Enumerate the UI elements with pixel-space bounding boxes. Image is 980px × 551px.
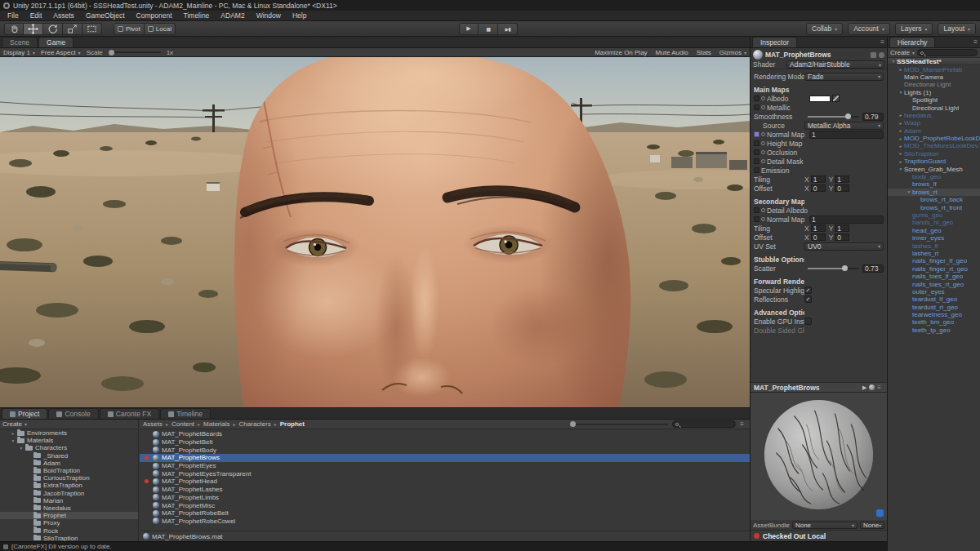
- folder-item[interactable]: ▾ Materials: [0, 437, 138, 444]
- asset-item[interactable]: MAT_ProphetBeards: [140, 430, 750, 438]
- asset-item[interactable]: MAT_ProphetLashes: [140, 486, 750, 494]
- inspector-row[interactable]: UV Set UV0▾ UV0 X Y: [754, 242, 884, 251]
- expand-arrow-icon[interactable]: ▸: [898, 128, 904, 133]
- play-button[interactable]: ▶: [459, 23, 479, 35]
- hierarchy-item[interactable]: teardust_lf_geo: [888, 295, 980, 303]
- inspector-row[interactable]: Specular Highlights ▾ X Y ✓: [754, 286, 884, 295]
- maximize-on-play-toggle[interactable]: Maximize On Play: [595, 49, 647, 56]
- hierarchy-item[interactable]: teardust_rt_geo: [888, 304, 980, 311]
- menu-item[interactable]: Edit: [24, 11, 48, 21]
- create-button[interactable]: Create▾: [890, 49, 915, 56]
- folder-item[interactable]: Marian: [0, 497, 138, 504]
- expand-arrow-icon[interactable]: ▸: [10, 431, 16, 436]
- hierarchy-item[interactable]: inner_eyes: [888, 234, 980, 242]
- tab-scene[interactable]: Scene: [2, 37, 38, 47]
- y-field[interactable]: 0: [835, 233, 849, 241]
- asset-item[interactable]: MAT_ProphetRobeBelt: [140, 509, 750, 518]
- expand-arrow-icon[interactable]: ▸: [898, 136, 904, 141]
- folder-item[interactable]: Rock: [0, 527, 138, 534]
- option-checkbox[interactable]: ✓: [804, 287, 812, 294]
- asset-item[interactable]: MAT_ProphetBrows: [140, 454, 750, 462]
- expand-arrow-icon[interactable]: ▾: [898, 90, 904, 95]
- assetbundle-dropdown[interactable]: None▾: [792, 522, 858, 529]
- expand-arrow-icon[interactable]: ▾: [10, 438, 16, 443]
- texture-slot-icon[interactable]: [761, 208, 765, 212]
- map-toggle-checkbox[interactable]: [754, 149, 760, 155]
- menu-item[interactable]: ADAM2: [215, 11, 250, 21]
- hierarchy-item[interactable]: head_geo: [888, 227, 980, 234]
- hierarchy-item[interactable]: nails_finger_rt_geo: [888, 265, 980, 273]
- inspector-row[interactable]: Smoothness 0.79▾ 0.79 X Y: [754, 112, 884, 121]
- status-bar[interactable]: [CaronteFX] Dll version up to date.: [0, 541, 887, 551]
- hierarchy-item[interactable]: nails_finger_lf_geo: [888, 257, 980, 264]
- rotate-tool-button[interactable]: [43, 23, 63, 35]
- option-checkbox[interactable]: ✓: [804, 295, 812, 303]
- property-value-field[interactable]: 1: [809, 131, 884, 139]
- inspector-row[interactable]: Tiling ▾ X1 Y1: [754, 224, 884, 233]
- folder-item[interactable]: JacobTraption: [0, 490, 138, 497]
- property-dropdown[interactable]: Fade▾: [804, 73, 884, 81]
- inspector-row[interactable]: Detail Albedo x ▾ X Y: [754, 206, 884, 215]
- hierarchy-item[interactable]: Directional Light: [888, 104, 980, 111]
- display-dropdown[interactable]: Display 1▾: [3, 49, 35, 56]
- expand-arrow-icon[interactable]: ▸: [898, 67, 904, 72]
- mute-audio-toggle[interactable]: Mute Audio: [656, 49, 688, 56]
- inspector-row[interactable]: Emission ▾ X Y: [754, 166, 884, 175]
- inspector-row[interactable]: Height Map ▾ X Y: [754, 139, 884, 148]
- hierarchy-item[interactable]: teeth_bm_geo: [888, 318, 980, 326]
- breadcrumb-item[interactable]: Materials: [203, 420, 229, 428]
- panel-menu-icon[interactable]: ≡: [880, 38, 884, 46]
- preview-menu-icon[interactable]: ≡: [877, 384, 881, 391]
- asset-item[interactable]: MAT_ProphetBelt: [140, 438, 750, 447]
- menu-item[interactable]: Help: [287, 11, 312, 21]
- preview-sphere-icon[interactable]: [869, 384, 875, 390]
- inspector-row[interactable]: Double Sided Global... ▾ X Y: [754, 326, 884, 335]
- hand-tool-button[interactable]: [4, 23, 24, 35]
- hierarchy-item[interactable]: ▾ brows_rt: [888, 189, 980, 196]
- layers-dropdown[interactable]: Layers▾: [895, 23, 933, 35]
- hierarchy-item[interactable]: ▸ Wasp: [888, 119, 980, 127]
- inspector-row[interactable]: Reflections ▾ X Y ✓: [754, 295, 884, 304]
- asset-item[interactable]: MAT_ProphetLimbs: [140, 494, 750, 502]
- hierarchy-item[interactable]: lashes_rt: [888, 250, 980, 257]
- expand-arrow-icon[interactable]: ▾: [898, 167, 904, 171]
- create-button[interactable]: Create▾: [2, 420, 27, 428]
- map-toggle-checkbox[interactable]: [754, 167, 760, 173]
- hierarchy-item[interactable]: ▸ MOD_MarianPrefab: [888, 65, 980, 73]
- hierarchy-item[interactable]: Spotlight: [888, 96, 980, 104]
- inspector-row[interactable]: Stubble Options ▾ X Y: [754, 255, 884, 264]
- gizmos-dropdown[interactable]: Gizmos▾: [719, 49, 746, 56]
- collab-dropdown[interactable]: Collab▾: [806, 23, 843, 35]
- material-preview[interactable]: [751, 393, 887, 520]
- folder-item[interactable]: Prophet: [0, 512, 138, 519]
- inspector-row[interactable]: Forward Rendering Options ▾ X Y: [754, 277, 884, 286]
- texture-slot-icon[interactable]: [761, 159, 765, 163]
- inspector-row[interactable]: Normal Map 1▾ 1 X Y: [754, 215, 884, 224]
- inspector-row[interactable]: Advanced Options ▾ X Y: [754, 308, 884, 317]
- map-toggle-checkbox[interactable]: [754, 96, 760, 101]
- map-toggle-checkbox[interactable]: [754, 158, 760, 164]
- panel-tab[interactable]: Timeline: [160, 408, 211, 419]
- asset-item[interactable]: MAT_ProphetHead: [140, 478, 750, 486]
- hierarchy-item[interactable]: Main Camera: [888, 73, 980, 81]
- asset-item[interactable]: MAT_ProphetEyesTransparent: [140, 469, 750, 478]
- scale-tool-button[interactable]: [63, 23, 82, 35]
- hierarchy-item[interactable]: nails_toes_lf_geo: [888, 273, 980, 280]
- panel-tab[interactable]: Project: [2, 408, 47, 419]
- property-value-field[interactable]: 0.73: [862, 264, 884, 273]
- menu-item[interactable]: Component: [131, 11, 178, 21]
- menu-item[interactable]: Window: [251, 11, 287, 21]
- hierarchy-item[interactable]: ▾ SSSHeadTest*: [888, 58, 980, 65]
- y-field[interactable]: 1: [835, 176, 849, 183]
- texture-slot-icon[interactable]: [761, 141, 765, 145]
- texture-slot-icon[interactable]: [761, 150, 765, 154]
- project-search-input[interactable]: [672, 420, 736, 428]
- folder-item[interactable]: CuriousTraption: [0, 474, 138, 482]
- x-field[interactable]: 0: [811, 233, 826, 241]
- hierarchy-item[interactable]: hands_hi_geo: [888, 219, 980, 226]
- x-field[interactable]: 1: [811, 224, 826, 232]
- property-dropdown[interactable]: Metallic Alpha▾: [804, 122, 884, 130]
- panel-tab[interactable]: Console: [48, 408, 98, 419]
- asset-item[interactable]: MAT_ProphetMisc: [140, 501, 750, 509]
- inspector-row[interactable]: Offset ▾ X0 Y0: [754, 184, 884, 193]
